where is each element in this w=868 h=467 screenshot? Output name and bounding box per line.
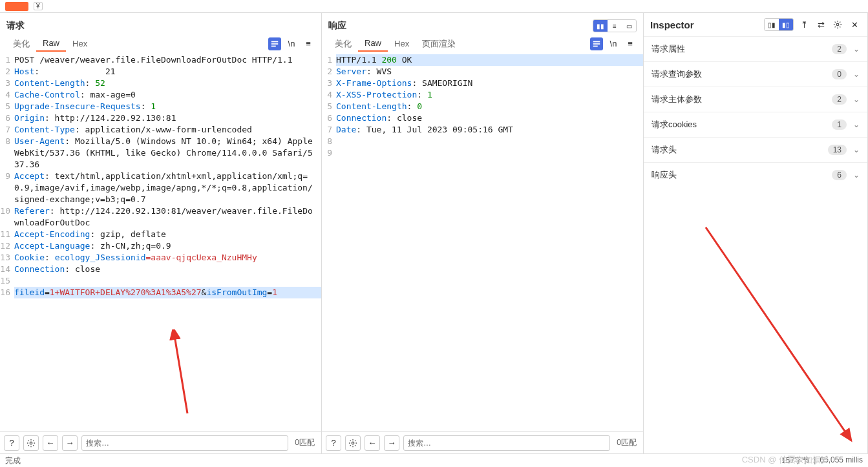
inspector-row[interactable]: 请求主体参数2⌄	[644, 87, 867, 112]
next-match-icon-resp[interactable]: →	[384, 435, 399, 451]
status-bytes: 157字节	[781, 455, 810, 466]
tab-raw-resp[interactable]: Raw	[358, 36, 388, 52]
prev-match-icon-resp[interactable]: ←	[365, 435, 380, 451]
chevron-down-icon: ⌄	[853, 45, 860, 54]
inspector-row[interactable]: 响应头6⌄	[644, 162, 867, 187]
code-line[interactable]: 6Origin: http://124.220.92.130:81	[0, 112, 321, 124]
status-millis: 65,055 millis	[820, 455, 863, 466]
inspector-row-label: 请求属性	[651, 43, 685, 55]
svg-rect-7	[593, 45, 598, 47]
code-line[interactable]: 13Cookie: ecology_JSessionid=aaav-qjqcUe…	[0, 252, 321, 264]
code-line[interactable]: 9	[322, 147, 643, 159]
code-line[interactable]: 14Connection: close	[0, 264, 321, 275]
inspector-layout-right-icon[interactable]: ▮▯	[779, 19, 793, 30]
tab-hex[interactable]: Hex	[66, 36, 94, 51]
help-icon-resp[interactable]: ?	[326, 435, 341, 451]
prev-match-icon[interactable]: ←	[43, 435, 58, 451]
hamburger-icon[interactable]: ≡	[302, 37, 315, 50]
request-code[interactable]: 1POST /weaver/weaver.file.FileDownloadFo…	[0, 53, 321, 431]
close-icon[interactable]: ✕	[848, 18, 861, 31]
chevron-down-icon: ⌄	[853, 70, 860, 79]
svg-point-9	[836, 23, 839, 26]
code-line[interactable]: 3X-Frame-Options: SAMEORIGIN	[322, 78, 643, 89]
code-line[interactable]: 16fileid=1+WAITFOR+DELAY%270%3A1%3A5%27&…	[0, 287, 321, 298]
response-search-bar: ? ← → 0匹配	[322, 431, 643, 453]
status-bar: 完成 157字节 | 65,055 millis	[0, 453, 868, 467]
count-badge: 0	[832, 69, 847, 79]
orange-button[interactable]	[5, 2, 28, 11]
code-line[interactable]: 4X-XSS-Protection: 1	[322, 89, 643, 101]
hamburger-icon-resp[interactable]: ≡	[624, 37, 637, 50]
svg-rect-2	[271, 45, 276, 47]
chevron-down-icon: ⌄	[853, 95, 860, 104]
svg-rect-0	[271, 41, 279, 42]
inspector-row[interactable]: 请求cookies1⌄	[644, 112, 867, 137]
search-input[interactable]	[81, 435, 288, 451]
code-line[interactable]: 9Accept: text/html,application/xhtml+xml…	[0, 171, 321, 205]
tab-pretty-resp[interactable]: 美化	[328, 36, 358, 52]
inspector-layout-left-icon[interactable]: ▯▮	[765, 19, 779, 30]
code-line[interactable]: 5Upgrade-Insecure-Requests: 1	[0, 101, 321, 112]
code-line[interactable]: 8	[322, 136, 643, 147]
code-line[interactable]: 7Content-Type: application/x-www-form-ur…	[0, 124, 321, 136]
svg-point-8	[352, 442, 354, 444]
code-line[interactable]: 3Content-Length: 52	[0, 78, 321, 89]
inspector-row[interactable]: 请求属性2⌄	[644, 36, 867, 61]
settings-icon[interactable]	[831, 18, 844, 31]
code-line[interactable]: 4Cache-Control: max-age=0	[0, 89, 321, 101]
svg-rect-5	[593, 41, 600, 42]
svg-line-10	[706, 227, 851, 441]
response-tabs: 美化 Raw Hex 页面渲染 \n ≡	[322, 35, 643, 53]
expand-icon[interactable]: ⇄	[814, 18, 827, 31]
tab-hex-resp[interactable]: Hex	[388, 36, 416, 51]
annotation-arrow-right	[693, 214, 861, 447]
match-count: 0匹配	[292, 437, 317, 448]
svg-point-3	[30, 442, 32, 444]
inspector-rows: 请求属性2⌄请求查询参数0⌄请求主体参数2⌄请求cookies1⌄请求头13⌄响…	[644, 36, 867, 187]
response-code[interactable]: 1HTTP/1.1 200 OK2Server: WVS3X-Frame-Opt…	[322, 53, 643, 431]
layout-toggle-group: ▮▮ ≡ ▭	[593, 19, 637, 32]
code-line[interactable]: 1POST /weaver/weaver.file.FileDownloadFo…	[0, 54, 321, 66]
code-line[interactable]: 15	[0, 275, 321, 287]
inspector-row[interactable]: 请求查询参数0⌄	[644, 61, 867, 87]
next-match-icon[interactable]: →	[62, 435, 78, 451]
view-menu-icon-resp[interactable]	[590, 37, 603, 50]
wrap-toggle-resp[interactable]: \n	[607, 37, 620, 50]
inspector-layout-toggle: ▯▮ ▮▯	[764, 18, 794, 31]
layout-columns-icon[interactable]: ▮▮	[593, 20, 608, 32]
inspector-row-label: 请求cookies	[651, 119, 697, 130]
code-line[interactable]: 2Server: WVS	[322, 66, 643, 78]
code-line[interactable]: 7Date: Tue, 11 Jul 2023 09:05:16 GMT	[322, 124, 643, 136]
inspector-panel: Inspector ▯▮ ▮▯ ⤒ ⇄ ✕ 请求属性2⌄请求查询参数0⌄请求主体…	[644, 13, 868, 453]
request-panel: 请求 美化 Raw Hex \n ≡ 1POST /weaver/weaver.…	[0, 13, 322, 453]
search-input-resp[interactable]	[403, 435, 610, 451]
currency-box[interactable]: ¥	[34, 2, 43, 10]
response-title: 响应	[328, 20, 346, 32]
layout-rows-icon[interactable]: ≡	[608, 20, 622, 32]
status-sep: |	[814, 455, 816, 466]
code-line[interactable]: 5Content-Length: 0	[322, 101, 643, 112]
collapse-icon[interactable]: ⤒	[798, 18, 810, 31]
help-icon[interactable]: ?	[4, 435, 19, 451]
layout-single-icon[interactable]: ▭	[622, 20, 636, 32]
code-line[interactable]: 11Accept-Encoding: gzip, deflate	[0, 229, 321, 240]
code-line[interactable]: 12Accept-Language: zh-CN,zh;q=0.9	[0, 240, 321, 252]
inspector-row[interactable]: 请求头13⌄	[644, 137, 867, 162]
code-line[interactable]: 2Host: 21	[0, 66, 321, 78]
code-line[interactable]: 10Referer: http://124.220.92.130:81/weav…	[0, 205, 321, 229]
view-menu-icon[interactable]	[268, 37, 281, 50]
main-area: 请求 美化 Raw Hex \n ≡ 1POST /weaver/weaver.…	[0, 13, 868, 453]
wrap-toggle[interactable]: \n	[285, 37, 298, 50]
code-line[interactable]: 8User-Agent: Mozilla/5.0 (Windows NT 10.…	[0, 136, 321, 171]
tab-raw[interactable]: Raw	[36, 36, 66, 52]
tab-render-resp[interactable]: 页面渲染	[416, 36, 462, 52]
chevron-down-icon: ⌄	[853, 171, 860, 180]
tab-pretty[interactable]: 美化	[6, 36, 36, 52]
code-line[interactable]: 6Connection: close	[322, 112, 643, 124]
count-badge: 6	[832, 170, 847, 180]
code-line[interactable]: 1HTTP/1.1 200 OK	[322, 54, 643, 66]
chevron-down-icon: ⌄	[853, 120, 860, 129]
gear-icon[interactable]	[23, 435, 39, 451]
gear-icon-resp[interactable]	[345, 435, 361, 451]
match-count-resp: 0匹配	[614, 437, 639, 448]
